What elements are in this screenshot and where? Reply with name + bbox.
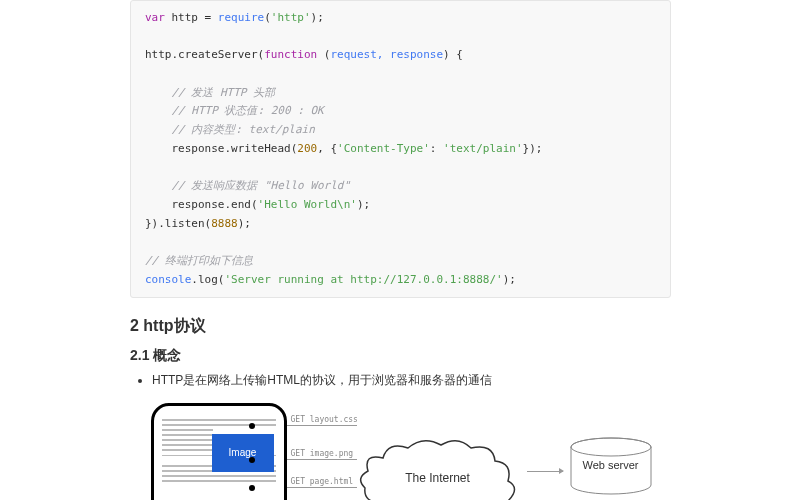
subsection-heading: 2.1 概念 (130, 347, 671, 365)
diagram: Image Video Ads Web document GET layout.… (130, 403, 671, 501)
internet-label: The Internet (353, 471, 523, 485)
section-heading: 2 http协议 (130, 316, 671, 337)
list-item: HTTP是在网络上传输HTML的协议，用于浏览器和服务器的通信 (152, 371, 671, 390)
webserver-label: Web server (565, 459, 657, 471)
code-block: var http = require('http'); http.createS… (130, 0, 671, 298)
phone-icon: Image Video Ads (151, 403, 287, 501)
image-box: Image (212, 434, 274, 472)
arrow-icon (527, 471, 563, 472)
request-label: GET layout.css (291, 415, 358, 424)
request-label: GET image.png (291, 449, 354, 458)
cloud-icon (353, 433, 523, 501)
bullet-list: HTTP是在网络上传输HTML的协议，用于浏览器和服务器的通信 (130, 371, 671, 390)
request-label: GET page.html (291, 477, 354, 486)
